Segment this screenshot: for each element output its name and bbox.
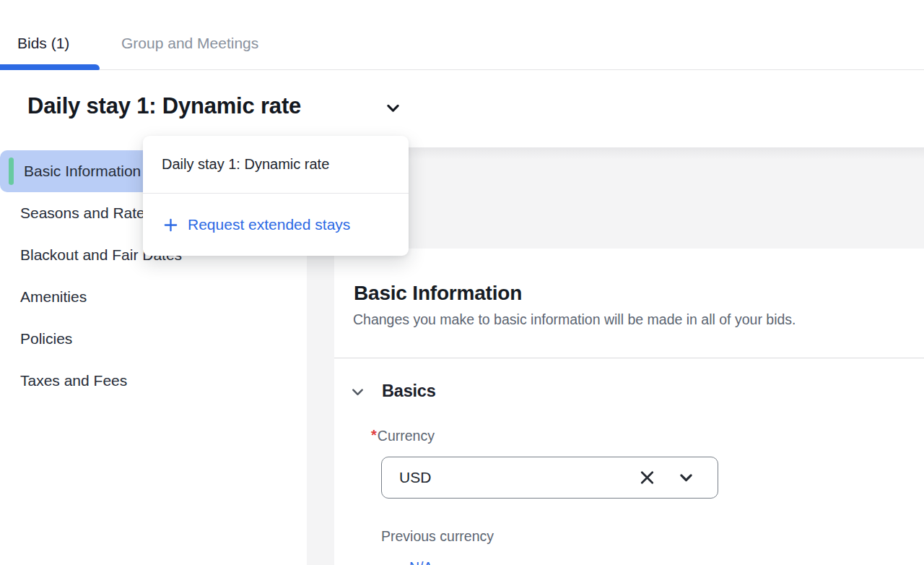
content-heading: Basic Information	[354, 281, 522, 306]
currency-field-label: Currency	[378, 427, 435, 445]
previous-currency-label: Previous currency	[381, 527, 494, 545]
selected-accent-bar	[9, 158, 14, 185]
currency-select[interactable]: USD	[381, 457, 718, 499]
clear-icon[interactable]	[637, 467, 658, 488]
tab-bids[interactable]: Bids (1)	[17, 34, 69, 53]
currency-select-value: USD	[399, 469, 431, 486]
bid-editor-page: { "tabs": { "items": [ { "label": "Bids …	[0, 0, 924, 565]
active-tab-indicator	[0, 64, 100, 70]
chevron-down-icon[interactable]	[348, 382, 367, 402]
page-header: Daily stay 1: Dynamic rate	[0, 70, 924, 147]
tab-group-and-meetings[interactable]: Group and Meetings	[121, 34, 258, 53]
basics-section-title: Basics	[382, 380, 436, 402]
sidebar-item-label: Seasons and Rates	[20, 204, 152, 222]
sidebar-item-label: Amenities	[20, 288, 87, 306]
previous-currency-value[interactable]: N/A	[409, 559, 433, 565]
plus-icon	[162, 217, 179, 233]
tab-bar: Bids (1) Group and Meetings	[0, 0, 924, 70]
sidebar-item-label: Taxes and Fees	[20, 372, 127, 389]
sidebar-item-policies[interactable]: Policies	[0, 318, 307, 360]
content-subheading: Changes you make to basic information wi…	[353, 311, 796, 328]
chevron-down-icon[interactable]	[676, 467, 697, 488]
sidebar-item-amenities[interactable]: Amenities	[0, 276, 307, 318]
content-card: Basic Information Changes you make to ba…	[334, 249, 924, 565]
bid-dropdown-menu: Daily stay 1: Dynamic rate Request exten…	[143, 136, 409, 256]
dropdown-item-daily-stay[interactable]: Daily stay 1: Dynamic rate	[143, 136, 409, 193]
currency-field-label-row: * Currency	[371, 427, 435, 445]
section-divider	[334, 358, 924, 358]
page-title[interactable]: Daily stay 1: Dynamic rate	[27, 92, 301, 121]
request-extended-stays-button[interactable]: Request extended stays	[143, 194, 409, 256]
request-extended-stays-label: Request extended stays	[188, 216, 350, 233]
required-marker: *	[371, 427, 377, 444]
sidebar-item-label: Policies	[20, 330, 72, 348]
sidebar-item-label: Basic Information	[24, 163, 141, 180]
chevron-down-icon[interactable]	[383, 98, 404, 118]
sidebar-item-taxes-and-fees[interactable]: Taxes and Fees	[0, 360, 307, 402]
